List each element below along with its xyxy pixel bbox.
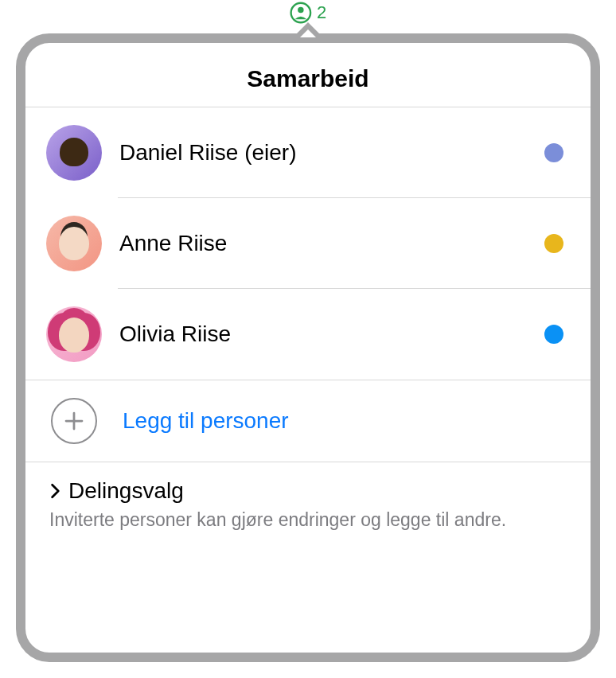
chevron-right-icon xyxy=(49,482,62,500)
share-options-title: Delingsvalg xyxy=(68,478,184,504)
add-people-label: Legg til personer xyxy=(123,408,289,434)
participant-name: Olivia Riise xyxy=(119,321,544,347)
share-options-description: Inviterte personer kan gjøre endringer o… xyxy=(49,507,567,532)
avatar xyxy=(46,306,102,362)
svg-point-1 xyxy=(298,7,303,13)
popover-title: Samarbeid xyxy=(25,43,591,107)
participant-row[interactable]: Anne Riise xyxy=(25,198,591,289)
avatar xyxy=(46,216,102,271)
collaboration-popover: Samarbeid Daniel Riise (eier) Anne Riise xyxy=(16,33,600,662)
participant-name: Daniel Riise (eier) xyxy=(119,140,544,166)
presence-dot xyxy=(544,234,563,253)
plus-icon xyxy=(51,398,97,444)
person-circle-icon xyxy=(290,2,312,24)
collaboration-indicator[interactable]: 2 xyxy=(290,2,326,24)
avatar xyxy=(46,125,102,181)
participant-row[interactable]: Olivia Riise xyxy=(25,289,591,380)
participant-name: Anne Riise xyxy=(119,231,544,256)
participant-row[interactable]: Daniel Riise (eier) xyxy=(25,107,591,198)
add-people-button[interactable]: Legg til personer xyxy=(25,380,591,462)
collaboration-count: 2 xyxy=(317,2,326,23)
popover-arrow xyxy=(295,22,321,35)
participants-list: Daniel Riise (eier) Anne Riise Olivia Ri… xyxy=(25,107,591,380)
presence-dot xyxy=(544,143,563,162)
presence-dot xyxy=(544,325,563,344)
share-options-button[interactable]: Delingsvalg Inviterte personer kan gjøre… xyxy=(25,462,591,551)
